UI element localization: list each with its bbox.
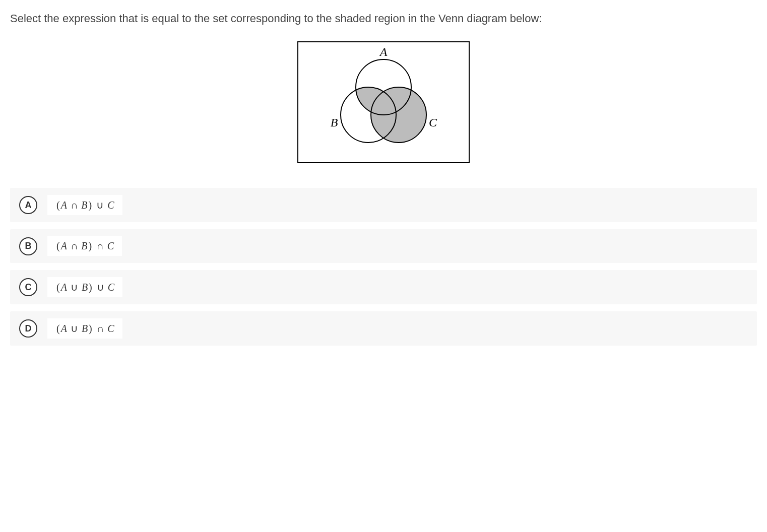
options-list: A (A ∩ B) ∪ C B (A ∩ B) ∩ C C (A ∪ B) ∪ … xyxy=(10,188,757,346)
question-text: Select the expression that is equal to t… xyxy=(10,10,757,27)
label-a: A xyxy=(379,45,388,58)
option-letter-badge: D xyxy=(19,319,37,338)
option-expression: (A ∩ B) ∪ C xyxy=(47,195,122,215)
option-a[interactable]: A (A ∩ B) ∪ C xyxy=(10,188,757,222)
option-letter-badge: C xyxy=(19,278,37,296)
venn-diagram: A B C xyxy=(293,37,474,168)
label-b: B xyxy=(331,116,338,129)
option-expression: (A ∪ B) ∩ C xyxy=(47,318,122,339)
label-c: C xyxy=(429,116,437,129)
option-letter-badge: B xyxy=(19,237,37,255)
option-letter-badge: A xyxy=(19,196,37,214)
option-expression: (A ∩ B) ∩ C xyxy=(47,236,122,256)
option-c[interactable]: C (A ∪ B) ∪ C xyxy=(10,270,757,304)
option-b[interactable]: B (A ∩ B) ∩ C xyxy=(10,229,757,263)
option-expression: (A ∪ B) ∪ C xyxy=(47,277,122,297)
venn-diagram-container: A B C xyxy=(10,37,757,168)
option-d[interactable]: D (A ∪ B) ∩ C xyxy=(10,311,757,346)
